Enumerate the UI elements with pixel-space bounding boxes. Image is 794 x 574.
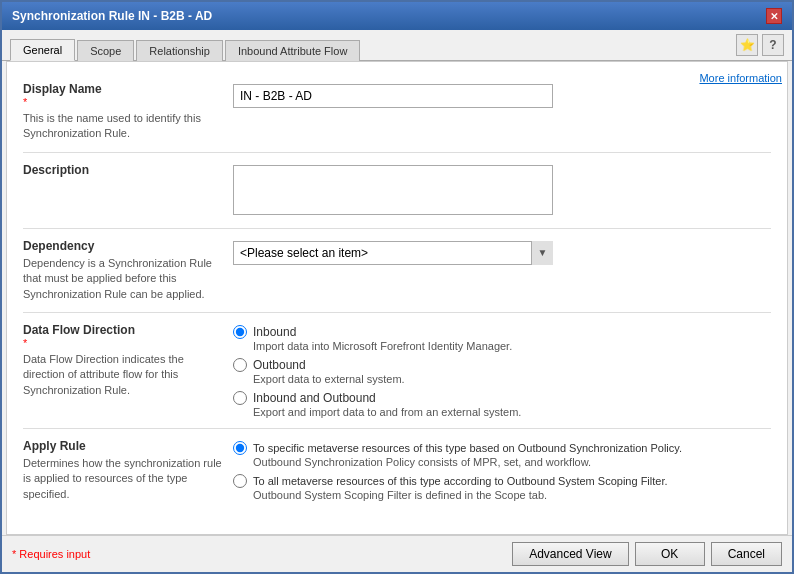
dependency-field-col: <Please select an item> ▼ — [233, 239, 771, 302]
title-bar: Synchronization Rule IN - B2B - AD ✕ — [2, 2, 792, 30]
help-icon-button[interactable]: ? — [762, 34, 784, 56]
requires-input-label: * Requires input — [12, 548, 90, 560]
dependency-label: Dependency — [23, 239, 223, 253]
apply-rule-field-col: To specific metaverse resources of this … — [233, 439, 771, 502]
radio-inbound: Inbound Import data into Microsoft Foref… — [233, 325, 771, 352]
main-window: Synchronization Rule IN - B2B - AD ✕ Gen… — [0, 0, 794, 574]
dependency-select[interactable]: <Please select an item> — [233, 241, 553, 265]
title-bar-buttons: ✕ — [766, 8, 782, 24]
radio-specific-label: To specific metaverse resources of this … — [253, 442, 682, 454]
advanced-view-button[interactable]: Advanced View — [512, 542, 629, 566]
tab-relationship[interactable]: Relationship — [136, 40, 223, 61]
radio-specific-row: To specific metaverse resources of this … — [233, 441, 771, 455]
star-icon-button[interactable]: ⭐ — [736, 34, 758, 56]
dependency-desc: Dependency is a Synchronization Rule tha… — [23, 256, 223, 302]
apply-rule-section: Apply Rule Determines how the synchroniz… — [23, 429, 771, 512]
ok-button[interactable]: OK — [635, 542, 705, 566]
apply-rule-label-col: Apply Rule Determines how the synchroniz… — [23, 439, 223, 502]
description-textarea[interactable] — [233, 165, 553, 215]
tab-bar: General Scope Relationship Inbound Attri… — [2, 30, 792, 61]
display-name-field-col — [233, 82, 771, 142]
description-field-col — [233, 163, 771, 218]
display-name-required-star: * — [23, 96, 223, 108]
radio-all-row: To all metaverse resources of this type … — [233, 474, 771, 488]
apply-rule-radio-group: To specific metaverse resources of this … — [233, 441, 771, 501]
description-label: Description — [23, 163, 223, 177]
radio-inbound-outbound-input[interactable] — [233, 391, 247, 405]
data-flow-label-col: Data Flow Direction * Data Flow Directio… — [23, 323, 223, 418]
more-information-link[interactable]: More information — [699, 72, 782, 84]
tab-inbound-attribute-flow[interactable]: Inbound Attribute Flow — [225, 40, 360, 61]
data-flow-radio-group: Inbound Import data into Microsoft Foref… — [233, 325, 771, 418]
radio-inbound-outbound-label: Inbound and Outbound — [253, 391, 376, 405]
radio-inbound-row: Inbound — [233, 325, 771, 339]
radio-specific-desc: Outbound Synchronization Policy consists… — [253, 456, 771, 468]
display-name-desc: This is the name used to identify this S… — [23, 111, 223, 142]
data-flow-desc: Data Flow Direction indicates the direct… — [23, 352, 223, 398]
radio-inbound-outbound: Inbound and Outbound Export and import d… — [233, 391, 771, 418]
data-flow-field-col: Inbound Import data into Microsoft Foref… — [233, 323, 771, 418]
data-flow-section: Data Flow Direction * Data Flow Directio… — [23, 313, 771, 429]
data-flow-required-star: * — [23, 337, 223, 349]
close-button[interactable]: ✕ — [766, 8, 782, 24]
apply-rule-desc: Determines how the synchronization rule … — [23, 456, 223, 502]
radio-inbound-outbound-desc: Export and import data to and from an ex… — [253, 406, 771, 418]
radio-all-label: To all metaverse resources of this type … — [253, 475, 668, 487]
display-name-section: Display Name * This is the name used to … — [23, 72, 771, 153]
radio-inbound-outbound-row: Inbound and Outbound — [233, 391, 771, 405]
apply-rule-label: Apply Rule — [23, 439, 223, 453]
radio-outbound-row: Outbound — [233, 358, 771, 372]
footer-buttons: Advanced View OK Cancel — [512, 542, 782, 566]
radio-specific: To specific metaverse resources of this … — [233, 441, 771, 468]
dependency-section: Dependency Dependency is a Synchronizati… — [23, 229, 771, 313]
radio-all: To all metaverse resources of this type … — [233, 474, 771, 501]
data-flow-label: Data Flow Direction — [23, 323, 223, 337]
cancel-button[interactable]: Cancel — [711, 542, 782, 566]
radio-specific-input[interactable] — [233, 441, 247, 455]
radio-inbound-input[interactable] — [233, 325, 247, 339]
radio-outbound: Outbound Export data to external system. — [233, 358, 771, 385]
description-label-col: Description — [23, 163, 223, 218]
radio-outbound-input[interactable] — [233, 358, 247, 372]
tab-scope[interactable]: Scope — [77, 40, 134, 61]
tab-general[interactable]: General — [10, 39, 75, 61]
content-area: Display Name * This is the name used to … — [6, 61, 788, 535]
dependency-select-wrapper: <Please select an item> ▼ — [233, 241, 553, 265]
dependency-label-col: Dependency Dependency is a Synchronizati… — [23, 239, 223, 302]
radio-all-input[interactable] — [233, 474, 247, 488]
window-title: Synchronization Rule IN - B2B - AD — [12, 9, 212, 23]
tab-icons: ⭐ ? — [736, 34, 784, 60]
display-name-input[interactable] — [233, 84, 553, 108]
description-section: Description — [23, 153, 771, 229]
display-name-label: Display Name — [23, 82, 223, 96]
radio-inbound-desc: Import data into Microsoft Forefront Ide… — [253, 340, 771, 352]
radio-inbound-label: Inbound — [253, 325, 296, 339]
display-name-label-col: Display Name * This is the name used to … — [23, 82, 223, 142]
radio-outbound-label: Outbound — [253, 358, 306, 372]
radio-all-desc: Outbound System Scoping Filter is define… — [253, 489, 771, 501]
footer: * Requires input Advanced View OK Cancel — [2, 535, 792, 572]
radio-outbound-desc: Export data to external system. — [253, 373, 771, 385]
